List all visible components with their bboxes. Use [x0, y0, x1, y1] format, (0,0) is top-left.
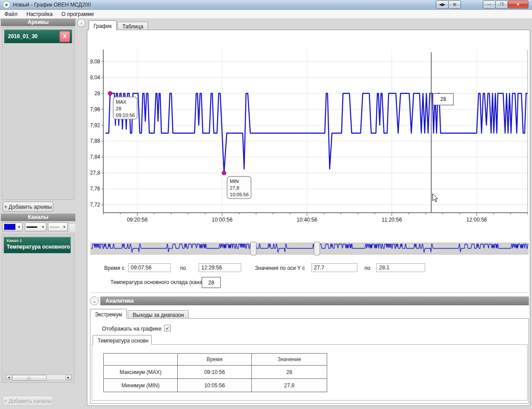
- detach-window-button[interactable]: ⧉: [448, 0, 461, 8]
- y-from-input[interactable]: [311, 263, 357, 272]
- series-line: [106, 93, 528, 173]
- add-channels-button[interactable]: + Добавить каналы: [3, 396, 53, 406]
- line-width-select[interactable]: ▼: [25, 222, 47, 231]
- table-row: Минимум (MIN)10:05:5627,8: [104, 379, 327, 392]
- overview-navigator[interactable]: [90, 242, 528, 256]
- tab-channel-extremes[interactable]: Температура основн: [93, 335, 152, 345]
- show-on-chart-label: Отображать на графике: [102, 326, 161, 332]
- x-tick-label: 11:20:56: [382, 217, 402, 223]
- analytics-header: Аналитика: [100, 296, 529, 305]
- y-tick-label: 27,92: [90, 122, 100, 129]
- app-logo-icon: ♥: [3, 1, 10, 8]
- maximize-button[interactable]: ❐: [495, 0, 508, 8]
- archive-remove-button[interactable]: X: [59, 31, 70, 42]
- x-tick-label: 10:00:56: [212, 217, 233, 223]
- extremes-table: ВремяЗначение Максимум (MAX)09:10:5628Ми…: [103, 353, 327, 392]
- menu-about[interactable]: О программе: [57, 11, 98, 17]
- channels-list: Канал 1 Температура основного склада ◀ ▶…: [2, 234, 74, 383]
- archive-name: 2016_01_30: [4, 33, 59, 39]
- min-annotation-text: 27,8: [230, 185, 239, 191]
- y-tick-label: 28,04: [90, 74, 100, 81]
- chevron-down-icon: ▼: [63, 225, 66, 229]
- show-on-chart-checkbox[interactable]: ✔: [164, 325, 171, 331]
- table-row: Максимум (MAX)09:10:5628: [104, 366, 327, 379]
- analytics-collapse-button[interactable]: ⌄: [90, 296, 99, 305]
- apply-style-button[interactable]: [69, 223, 76, 232]
- compare-windows-button[interactable]: ◀▶: [436, 0, 449, 8]
- channel-name: Температура основного склада: [7, 244, 70, 250]
- table-cell: 09:10:56: [178, 366, 252, 379]
- line-style-swatch: [50, 227, 59, 227]
- y-tick-label: 28: [94, 90, 101, 97]
- table-cell: Минимум (MIN): [104, 379, 178, 392]
- max-annotation-text: MAX: [116, 99, 127, 105]
- x-tick-label: 10:40:56: [297, 217, 317, 223]
- sidebar-collapse-button[interactable]: ‹: [77, 19, 86, 27]
- check-icon: ✔: [165, 326, 169, 331]
- table-header-cell: [104, 354, 178, 366]
- scrollbar-thumb[interactable]: |||: [12, 375, 47, 381]
- tab-out-of-range[interactable]: Выходы за диапазон: [128, 310, 188, 319]
- min-annotation-text: 10:05:56: [230, 192, 249, 197]
- max-annotation-text: 28: [116, 106, 121, 111]
- application-window: ♥ Новый - График ОВЕН МСД200 ◀▶ ⧉ — ❐ ✕ …: [0, 0, 532, 409]
- cursor-value-label: 28: [440, 96, 446, 102]
- range-handle[interactable]: [314, 242, 320, 255]
- y-tick-label: 27,84: [90, 154, 100, 160]
- scroll-left-icon[interactable]: ◀: [6, 375, 12, 380]
- channel-item[interactable]: Канал 1 Температура основного склада: [4, 237, 71, 253]
- y-tick-label: 27,8: [90, 170, 100, 176]
- menu-settings[interactable]: Настройка: [22, 11, 57, 17]
- mouse-cursor-icon: [433, 194, 438, 202]
- y-tick-label: 27,72: [90, 202, 100, 208]
- time-from-input[interactable]: [128, 263, 171, 272]
- y-tick-label: 27,76: [90, 186, 100, 192]
- channel-number: Канал 1: [7, 238, 70, 243]
- table-cell: 10:05:56: [178, 379, 252, 392]
- line-width-swatch: [27, 226, 37, 228]
- analytics-channel-tabstrip: Температура основн: [93, 335, 153, 345]
- max-annotation-text: 09:10:56: [116, 113, 135, 118]
- legend-current-value: 28: [202, 277, 221, 288]
- time-to-input[interactable]: [199, 263, 241, 272]
- x-tick-label: 12:00:56: [466, 217, 487, 223]
- legend-line-swatch: [96, 282, 107, 283]
- range-handle[interactable]: [250, 242, 256, 255]
- line-style-select[interactable]: ▼: [48, 222, 68, 231]
- color-swatch: [4, 224, 16, 230]
- window-title: Новый - График ОВЕН МСД200: [13, 2, 91, 8]
- y-to-input[interactable]: [376, 263, 425, 272]
- archive-item[interactable]: 2016_01_30 X: [4, 29, 72, 43]
- y-tick-label: 28,08: [90, 58, 100, 65]
- tab-table[interactable]: Таблица: [117, 22, 148, 30]
- add-archives-button[interactable]: + Добавить архивы: [3, 202, 53, 212]
- table-cell: 27,8: [252, 379, 327, 392]
- channels-header: Каналы: [1, 214, 75, 221]
- scroll-right-icon[interactable]: ▶: [66, 375, 71, 380]
- table-cell: Максимум (MAX): [104, 366, 178, 379]
- title-bar: ♥ Новый - График ОВЕН МСД200 ◀▶ ⧉ — ❐ ✕: [0, 0, 532, 10]
- time-from-label: Время с: [104, 265, 124, 271]
- y-to-label: по: [364, 265, 370, 271]
- min-annotation-text: MIN: [230, 179, 239, 184]
- y-range-label: Значения по оси Y с: [255, 265, 305, 271]
- min-marker-icon: [222, 171, 226, 175]
- channel-color-select[interactable]: ▼: [2, 222, 23, 231]
- close-button[interactable]: ✕: [508, 0, 528, 8]
- menu-bar: Файл Настройка О программе: [0, 10, 532, 19]
- chevron-down-icon: ▼: [41, 225, 45, 229]
- legend-label: Температура основного склада (канал 1): [110, 279, 211, 285]
- table-header-cell: Время: [178, 354, 252, 366]
- table-header-row: ВремяЗначение: [104, 354, 327, 366]
- minimize-button[interactable]: —: [483, 0, 496, 8]
- main-tabstrip: График Таблица: [89, 20, 149, 30]
- x-tick-label: 09:20:56: [127, 217, 148, 223]
- max-marker-icon: [108, 91, 112, 95]
- tab-chart[interactable]: График: [89, 20, 117, 30]
- channels-horizontal-scrollbar[interactable]: ◀ ▶ |||: [5, 374, 72, 380]
- y-tick-label: 27,96: [90, 106, 100, 113]
- menu-file[interactable]: Файл: [0, 11, 22, 17]
- archives-header: Архивы: [1, 19, 75, 26]
- tab-extremes[interactable]: Экстремум: [90, 309, 127, 319]
- archives-list: 2016_01_30 X: [2, 27, 74, 200]
